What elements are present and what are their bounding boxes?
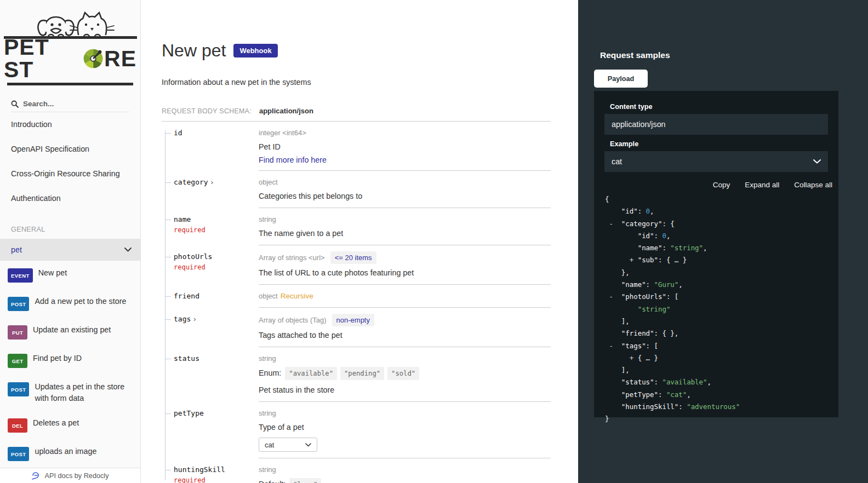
sidebar-operation[interactable]: POSTAdd a new pet to the store [0,289,140,318]
field-row-friend: friendobjectRecursive [162,285,551,308]
collapse-toggle[interactable]: - [605,292,621,301]
sidebar-operation[interactable]: PUTUpdate an existing pet [0,318,140,346]
del-method-badge: DEL [8,418,27,433]
sidebar-item-introduction[interactable]: Introduction [0,112,140,137]
enum-label: Enum: [259,369,283,377]
field-name[interactable]: id [174,128,253,137]
collapse-toggle[interactable]: - [605,342,621,350]
request-body-schema-header: REQUEST BODY SCHEMA: application/json [162,107,551,122]
field-type: string [259,409,276,417]
code-token [605,256,630,264]
sidebar-operation[interactable]: POSTUpdates a pet in the store with form… [0,375,140,411]
field-name-text: id [174,129,182,137]
sidebar-item-openapi-specification[interactable]: OpenAPI Specification [0,137,140,162]
code-line: } [605,413,827,425]
petstore-logo[interactable]: PET ST RE [0,0,140,88]
sidebar-item-pet-label: pet [11,245,22,254]
code-line: "id": 0, [605,230,827,242]
code-token: "Guru" [654,280,679,289]
footer-label: API docs by Redocly [44,472,108,480]
sidebar-item-pet[interactable]: pet [0,239,140,261]
collapse-all-button[interactable]: Collapse all [794,181,832,189]
operation-label: Find pet by ID [33,353,82,364]
expand-chevron-icon[interactable]: › [193,315,196,323]
field-name[interactable]: huntingSkill [174,464,253,474]
tree-tick [165,413,171,414]
tab-payload[interactable]: Payload [594,70,648,88]
field-details-cell: objectRecursive [259,285,551,308]
sidebar-item-authentication[interactable]: Authentication [0,186,140,211]
pettype-select[interactable]: cat [259,438,317,452]
field-type-line: object [259,177,551,187]
sidebar-item-cross-origin-resource-sharing[interactable]: Cross-Origin Resource Sharing [0,162,140,186]
field-type: integer <int64> [259,129,306,137]
code-token: "cat" [666,390,687,399]
field-name-cell: huntingSkillrequired [162,458,259,483]
event-method-badge: EVENT [8,268,33,283]
sidebar-footer[interactable]: API docs by Redocly [0,468,140,483]
field-name[interactable]: tags› [174,314,253,324]
field-type-line: string [259,408,551,418]
code-token: "status": [605,378,662,386]
tree-tick [165,319,171,320]
copy-button[interactable]: Copy [713,181,730,189]
request-samples-title: Request samples [600,50,838,60]
code-token: , [650,207,654,215]
field-type-line: Array of strings <url><= 20 items [259,251,551,264]
code-token: ], [605,366,630,374]
field-name-cell: category› [162,171,259,208]
field-info-link[interactable]: Find more info here [259,156,551,164]
content-type-label: Content type [610,103,828,111]
request-samples-panel: Request samples Payload Content type app… [578,0,868,483]
tree-tick [165,296,171,297]
logo-underline [7,83,133,85]
sidebar-operation[interactable]: POSTuploads an image [0,439,140,468]
operation-label: Updates a pet in the store with form dat… [35,381,130,404]
field-name-cell: friend [162,285,259,308]
field-name[interactable]: photoUrls [174,251,253,261]
search-input[interactable] [23,100,122,108]
sidebar-operations: EVENTNew petPOSTAdd a new pet to the sto… [0,261,140,483]
field-name[interactable]: petType [174,408,253,418]
recursive-label[interactable]: Recursive [281,292,313,300]
collapse-toggle[interactable]: - [605,220,621,228]
default-value-pill: "lazy" [289,478,321,483]
webhook-badge: Webhook [233,44,277,58]
field-name-text: petType [174,409,204,417]
example-select[interactable]: cat [604,151,828,172]
main-content: New pet Webhook Information about a new … [141,0,578,483]
collapse-toggle[interactable]: + [630,354,638,362]
schema-label: REQUEST BODY SCHEMA: [162,107,252,115]
constraint-badge: non-empty [332,314,374,326]
field-name-text: name [174,215,191,223]
code-token: 0 [662,232,666,240]
field-type-line: string [259,214,551,225]
pettype-select-value: cat [265,441,274,449]
field-name[interactable]: status [174,353,253,363]
field-name[interactable]: name [174,214,253,224]
expand-all-button[interactable]: Expand all [745,181,779,189]
code-token: { … } [638,354,658,362]
code-token: "huntingSkill": [605,403,687,411]
code-line: "huntingSkill": "adventurous" [605,401,827,413]
sidebar-operation[interactable]: DELDeletes a pet [0,411,140,439]
sidebar-operation[interactable]: EVENTNew pet [0,261,140,289]
sidebar-operation[interactable]: GETFind pet by ID [0,346,140,375]
code-line: + "sub": { … } [605,254,827,266]
field-name-text: status [174,354,199,363]
operation-label: Deletes a pet [33,417,79,429]
code-line: - "category": { [605,218,827,230]
field-description: Tags attached to the pet [259,330,551,341]
enum-value-pill: "pending" [340,367,384,380]
sample-area: Content type application/json Example ca… [594,91,838,417]
code-line: "name": "Guru", [605,279,827,291]
field-name[interactable]: category› [174,177,253,187]
expand-chevron-icon[interactable]: › [211,178,213,186]
enum-line: Enum: "available""pending""sold" [259,367,551,381]
code-token: "name": [605,244,670,252]
collapse-toggle[interactable]: + [630,256,638,264]
example-value: cat [612,157,622,166]
example-section: Example cat [604,140,828,172]
field-description: The name given to a pet [259,228,551,239]
field-name[interactable]: friend [174,291,253,301]
